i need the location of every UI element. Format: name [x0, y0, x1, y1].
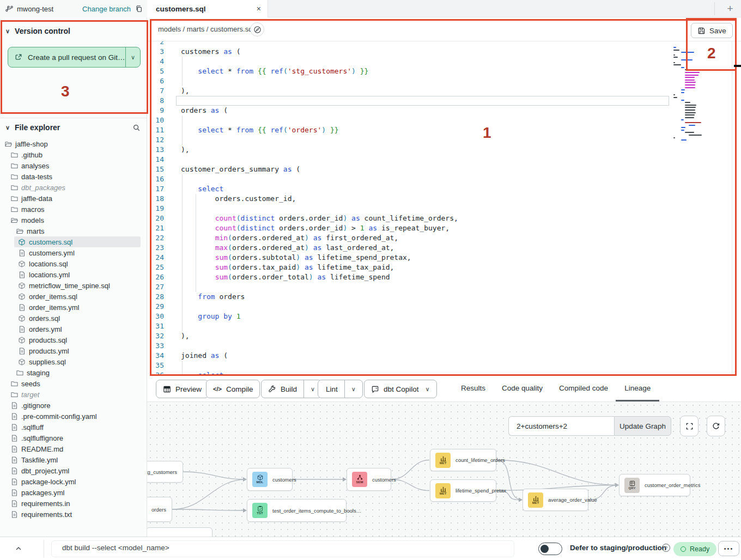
tree-item-analyses[interactable]: analyses	[0, 160, 147, 171]
tree-item-supplies-sql[interactable]: supplies.sql	[0, 356, 147, 367]
pr-dropdown-chevron[interactable]: ∨	[125, 47, 140, 67]
lineage-node-partial[interactable]	[147, 527, 212, 537]
fullscreen-icon[interactable]	[680, 416, 699, 436]
tree-item--github[interactable]: .github	[0, 149, 147, 160]
chevron-up-icon[interactable]	[14, 544, 23, 553]
change-branch-link[interactable]: Change branch	[82, 5, 131, 13]
metric-icon	[440, 455, 446, 461]
lineage-node-average-order-value[interactable]: METaverage_order_value	[523, 489, 588, 511]
lineage-node-stg-customers[interactable]: stg_customers	[147, 461, 183, 483]
build-button[interactable]: Build ∨	[261, 380, 322, 398]
tree-item-dbt-project-yml[interactable]: dbt_project.yml	[0, 465, 147, 476]
model-cube-icon	[19, 315, 25, 322]
tab-code-quality[interactable]: Code quality	[502, 375, 543, 401]
line-number: 17	[147, 184, 177, 194]
search-icon[interactable]	[132, 124, 141, 132]
compile-button[interactable]: </> Compile	[206, 380, 260, 398]
save-button[interactable]: Save	[691, 23, 733, 38]
tree-item-orders-yml[interactable]: orders.yml	[0, 324, 147, 334]
tab-close-icon[interactable]: ×	[257, 4, 261, 13]
code-text: select * from {{ ref('orders') }}	[177, 125, 339, 135]
file-icon	[11, 424, 17, 431]
tree-item-locations-sql[interactable]: locations.sql	[0, 258, 147, 269]
tree-item-jaffle-data[interactable]: jaffle-data	[0, 193, 147, 204]
tree-item-metricflow-time-spine-sql[interactable]: metricflow_time_spine.sql	[0, 280, 147, 291]
code-line-23: 23 max(orders.ordered_at) as last_ordere…	[147, 243, 741, 253]
lint-button[interactable]: Lint ∨	[318, 380, 363, 398]
tree-item-target[interactable]: target	[0, 389, 147, 400]
copilot-compass-button[interactable]	[250, 22, 264, 36]
more-options-button[interactable]: •••	[718, 541, 739, 556]
lineage-node-lifetime-spend-pretax[interactable]: METlifetime_spend_pretax	[430, 479, 496, 502]
tree-item-models[interactable]: models	[0, 215, 147, 226]
tree-item-requirements-txt[interactable]: requirements.txt	[0, 509, 147, 520]
tree-item--pre-commit-config-yaml[interactable]: .pre-commit-config.yaml	[0, 411, 147, 422]
tree-item--sqlfluffignore[interactable]: .sqlfluffignore	[0, 433, 147, 443]
tab-compiled-code[interactable]: Compiled code	[559, 375, 608, 401]
tree-item-customers-yml[interactable]: customers.yml	[0, 247, 147, 258]
tree-item-products-sql[interactable]: products.sql	[0, 334, 147, 345]
tab-lineage[interactable]: Lineage	[624, 375, 651, 401]
new-tab-button[interactable]: +	[722, 1, 738, 16]
lineage-node-test-order-items-compute-to-bools-[interactable]: TSTtest_order_items_compute_to_bools…	[247, 499, 347, 522]
lineage-node-customers[interactable]: SEMcustomers	[347, 468, 391, 491]
tab-customers-sql[interactable]: customers.sql ×	[147, 0, 268, 17]
tree-item-package-lock-yml[interactable]: package-lock.yml	[0, 476, 147, 487]
create-pull-request-main[interactable]: Create a pull request on Git…	[8, 47, 125, 67]
preview-button[interactable]: Preview	[156, 380, 209, 398]
tree-item-orders-sql[interactable]: orders.sql	[0, 313, 147, 324]
lineage-node-customers[interactable]: MDLcustomers	[247, 468, 293, 491]
tree-item-order-items-yml[interactable]: order_items.yml	[0, 302, 147, 313]
tree-item-requirements-in[interactable]: requirements.in	[0, 498, 147, 509]
tree-item-taskfile-yml[interactable]: Taskfile.yml	[0, 454, 147, 465]
line-number: 20	[147, 214, 177, 223]
copy-branch-icon[interactable]	[135, 5, 143, 13]
tree-item-locations-yml[interactable]: locations.yml	[0, 269, 147, 280]
update-graph-button[interactable]: Update Graph	[614, 416, 671, 436]
save-label: Save	[709, 27, 726, 35]
tree-item-order-items-sql[interactable]: order_items.sql	[0, 291, 147, 302]
lineage-node-orders[interactable]: orders	[147, 497, 172, 522]
lineage-node-customer-order-metrics[interactable]: QRYcustomer_order_metrics	[619, 474, 690, 496]
code-text	[177, 115, 181, 125]
tree-item-dbt-packages[interactable]: dbt_packages	[0, 182, 147, 193]
dbt-copilot-button[interactable]: dbt Copilot ∨	[364, 380, 437, 398]
code-text: ),	[177, 86, 190, 96]
refresh-icon[interactable]	[707, 416, 725, 436]
copilot-dropdown-chevron[interactable]: ∨	[426, 386, 430, 393]
tab-strip: customers.sql × +	[147, 0, 741, 17]
lineage-panel[interactable]: stg_customersordersMDLcustomersTSTtest_o…	[147, 402, 741, 537]
folder-icon	[11, 380, 18, 387]
code-editor[interactable]: 23customers as (45 select * from {{ ref(…	[147, 41, 741, 375]
file-explorer-header[interactable]: ∨ File explorer	[0, 121, 147, 133]
tree-item-customers-sql[interactable]: customers.sql	[0, 236, 147, 247]
tab-results[interactable]: Results	[461, 375, 485, 401]
minimap-line	[673, 50, 679, 51]
external-link-icon	[15, 53, 22, 61]
minimap[interactable]	[671, 44, 718, 240]
minimap-line	[681, 89, 685, 90]
tree-item-seeds[interactable]: seeds	[0, 378, 147, 389]
create-pull-request-button[interactable]: Create a pull request on Git… ∨	[8, 47, 141, 68]
lineage-selector-input[interactable]	[508, 416, 614, 436]
minimap-line	[685, 112, 696, 113]
tree-item-packages-yml[interactable]: packages.yml	[0, 487, 147, 498]
tree-item-products-yml[interactable]: products.yml	[0, 345, 147, 356]
tree-item-marts[interactable]: marts	[0, 226, 147, 236]
tree-item--gitignore[interactable]: .gitignore	[0, 400, 147, 411]
tree-item-macros[interactable]: macros	[0, 204, 147, 215]
defer-toggle[interactable]	[538, 543, 562, 555]
tree-item-staging[interactable]: staging	[0, 367, 147, 378]
tree-item-label: requirements.in	[21, 500, 70, 508]
tree-item-data-tests[interactable]: data-tests	[0, 171, 147, 182]
line-number: 18	[147, 194, 177, 204]
help-icon[interactable]: ?	[662, 544, 670, 552]
tree-item-jaffle-shop[interactable]: jaffle-shop	[0, 138, 147, 149]
edge-arrowhead	[519, 498, 523, 502]
lint-dropdown-chevron[interactable]: ∨	[344, 380, 362, 398]
tree-item-readme-md[interactable]: README.md	[0, 443, 147, 454]
lineage-node-count-lifetime-orders[interactable]: METcount_lifetime_orders	[430, 449, 496, 471]
tree-item--sqlfluff[interactable]: .sqlfluff	[0, 422, 147, 433]
version-control-header[interactable]: ∨ Version control	[0, 25, 147, 37]
tree-item-label: seeds	[21, 380, 40, 388]
